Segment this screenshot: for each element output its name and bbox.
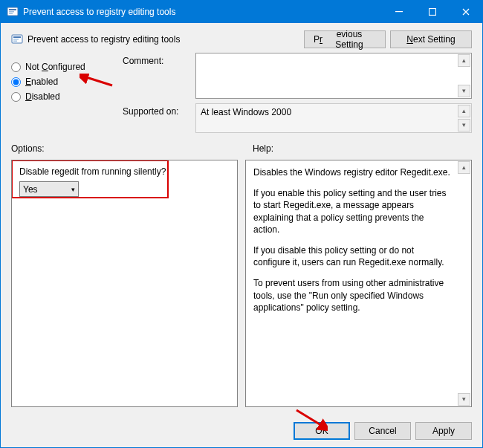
scroll-up-icon[interactable]: ▴ bbox=[458, 54, 470, 67]
scroll-down-icon[interactable]: ▾ bbox=[458, 119, 470, 132]
maximize-button[interactable] bbox=[415, 1, 449, 23]
help-text: Disables the Windows registry editor Reg… bbox=[253, 166, 464, 322]
policy-icon bbox=[11, 33, 23, 45]
content-area: Prevent access to registry editing tools… bbox=[1, 23, 482, 415]
comment-textarea[interactable]: ▴ ▾ bbox=[195, 53, 472, 99]
supported-row: Supported on: At least Windows 2000 ▴ ▾ bbox=[123, 103, 472, 133]
previous-setting-button[interactable]: Previous Setting bbox=[304, 30, 386, 48]
svg-rect-8 bbox=[13, 39, 19, 40]
window-title: Prevent access to registry editing tools bbox=[23, 7, 382, 17]
scroll-down-icon[interactable]: ▾ bbox=[458, 85, 470, 97]
svg-rect-9 bbox=[13, 41, 17, 42]
svg-rect-4 bbox=[395, 11, 403, 12]
comment-label: Comment: bbox=[123, 53, 189, 99]
apply-button[interactable]: Apply bbox=[415, 422, 472, 440]
header-row: Prevent access to registry editing tools… bbox=[11, 30, 472, 48]
radio-enabled-label: Enabled bbox=[25, 77, 58, 87]
radio-not-configured-input[interactable] bbox=[11, 62, 21, 72]
radio-not-configured-label: Not Configured bbox=[25, 62, 85, 72]
radio-enabled[interactable]: Enabled bbox=[11, 77, 115, 87]
comment-row: Comment: ▴ ▾ bbox=[123, 53, 472, 99]
help-panel: Disables the Windows registry editor Reg… bbox=[245, 160, 472, 407]
panels: Disable regedit from running silently? Y… bbox=[11, 160, 472, 407]
options-label: Options: bbox=[11, 143, 253, 154]
next-setting-button[interactable]: Next Setting bbox=[390, 30, 472, 48]
cancel-button[interactable]: Cancel bbox=[354, 422, 411, 440]
radio-not-configured[interactable]: Not Configured bbox=[11, 62, 115, 72]
window-controls bbox=[382, 1, 482, 23]
supported-on-value: At least Windows 2000 ▴ ▾ bbox=[195, 103, 472, 133]
settings-row: Not Configured Enabled Disabled Commen bbox=[11, 53, 472, 133]
option-select-value: Yes bbox=[23, 184, 38, 195]
radio-disabled-input[interactable] bbox=[11, 92, 21, 102]
scroll-up-icon[interactable]: ▴ bbox=[458, 105, 470, 117]
svg-rect-7 bbox=[13, 36, 21, 38]
panel-labels: Options: Help: bbox=[11, 143, 472, 154]
svg-rect-5 bbox=[429, 9, 435, 16]
supported-label: Supported on: bbox=[123, 103, 189, 133]
radio-enabled-input[interactable] bbox=[11, 77, 21, 87]
radio-disabled-label: Disabled bbox=[25, 91, 60, 102]
minimize-button[interactable] bbox=[382, 1, 415, 23]
footer: OK Cancel Apply bbox=[1, 415, 482, 447]
options-panel: Disable regedit from running silently? Y… bbox=[11, 160, 238, 407]
help-label: Help: bbox=[253, 143, 273, 154]
state-radio-group: Not Configured Enabled Disabled bbox=[11, 53, 115, 133]
ok-button[interactable]: OK bbox=[294, 422, 350, 440]
dialog-window: Prevent access to registry editing tools… bbox=[0, 0, 483, 448]
policy-icon bbox=[7, 6, 19, 18]
svg-rect-2 bbox=[9, 11, 14, 13]
svg-rect-3 bbox=[9, 13, 13, 15]
option-select[interactable]: Yes ▾ bbox=[19, 181, 79, 197]
policy-title: Prevent access to registry editing tools bbox=[27, 34, 180, 45]
radio-disabled[interactable]: Disabled bbox=[11, 91, 115, 102]
scroll-down-icon[interactable]: ▾ bbox=[458, 393, 470, 406]
svg-rect-1 bbox=[9, 9, 16, 10]
titlebar: Prevent access to registry editing tools bbox=[1, 1, 482, 23]
close-button[interactable] bbox=[449, 1, 482, 23]
chevron-down-icon: ▾ bbox=[71, 186, 75, 193]
scroll-up-icon[interactable]: ▴ bbox=[458, 161, 470, 174]
option-question: Disable regedit from running silently? bbox=[19, 166, 230, 177]
